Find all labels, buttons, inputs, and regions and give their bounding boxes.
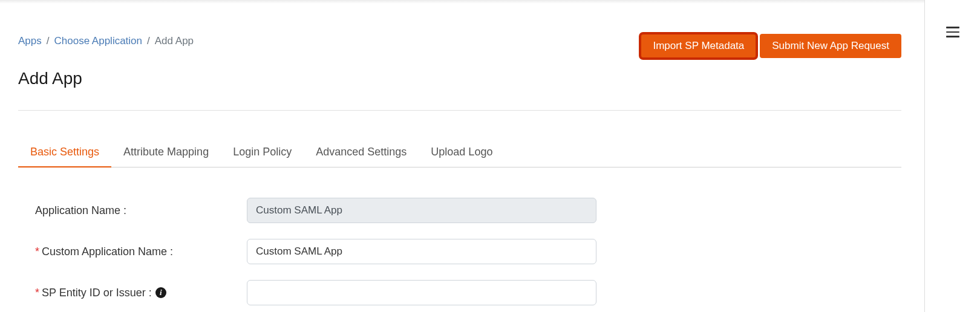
submit-new-app-request-button[interactable]: Submit New App Request	[760, 34, 901, 58]
breadcrumb: Apps / Choose Application / Add App	[18, 35, 194, 47]
tab-basic-settings[interactable]: Basic Settings	[18, 140, 111, 167]
sp-entity-id-input[interactable]	[247, 280, 596, 305]
application-name-input	[247, 198, 596, 223]
divider	[18, 110, 901, 111]
breadcrumb-sep: /	[47, 35, 50, 47]
required-marker: *	[35, 287, 39, 299]
import-sp-metadata-button[interactable]: Import SP Metadata	[641, 34, 756, 58]
menu-icon[interactable]	[946, 27, 959, 37]
breadcrumb-current: Add App	[155, 35, 194, 47]
tabs: Basic Settings Attribute Mapping Login P…	[18, 140, 901, 167]
required-marker: *	[35, 245, 39, 258]
custom-application-name-input[interactable]	[247, 239, 596, 264]
sp-entity-id-label: * SP Entity ID or Issuer : i	[35, 287, 247, 299]
tab-login-policy[interactable]: Login Policy	[221, 140, 304, 167]
custom-application-name-label: * Custom Application Name :	[35, 245, 247, 258]
form: Application Name : * Custom Application …	[18, 198, 901, 305]
breadcrumb-sep: /	[147, 35, 150, 47]
application-name-label: Application Name :	[35, 204, 247, 217]
tab-attribute-mapping[interactable]: Attribute Mapping	[111, 140, 221, 167]
header-actions: Import SP Metadata Submit New App Reques…	[641, 34, 901, 58]
page-title: Add App	[18, 69, 901, 88]
info-icon[interactable]: i	[155, 287, 166, 298]
breadcrumb-link-apps[interactable]: Apps	[18, 35, 42, 47]
form-row-custom-application-name: * Custom Application Name :	[35, 239, 901, 264]
right-rail	[924, 0, 980, 312]
tab-upload-logo[interactable]: Upload Logo	[419, 140, 505, 167]
form-row-application-name: Application Name :	[35, 198, 901, 223]
form-row-sp-entity-id: * SP Entity ID or Issuer : i	[35, 280, 901, 305]
breadcrumb-link-choose-application[interactable]: Choose Application	[54, 35, 142, 47]
tab-advanced-settings[interactable]: Advanced Settings	[304, 140, 419, 167]
